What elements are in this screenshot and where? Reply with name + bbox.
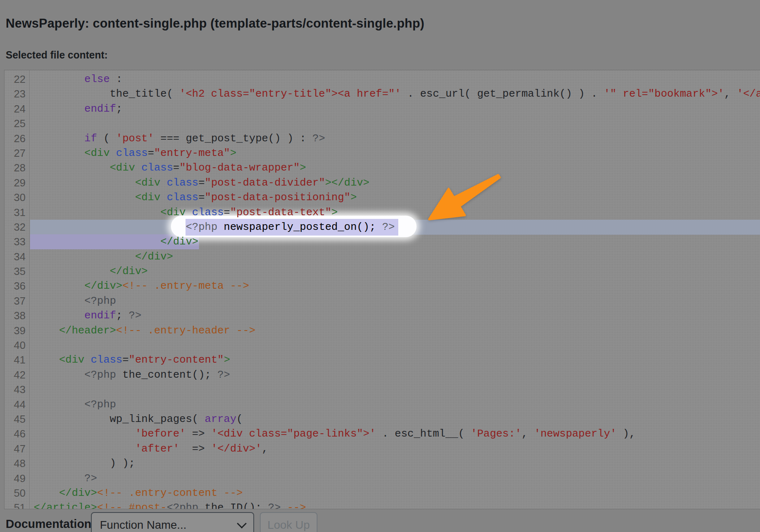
code-line-23[interactable]: the_title( '<h2 class="entry-title"><a h… bbox=[34, 87, 760, 101]
line-number: 38 bbox=[4, 308, 29, 323]
code-line-27[interactable]: <div class="entry-meta"> bbox=[34, 146, 760, 160]
code-line-31[interactable]: <div class="post-data-text"> bbox=[34, 205, 760, 220]
code-line-40[interactable] bbox=[34, 338, 760, 353]
code-line-38[interactable]: endif; ?> bbox=[34, 308, 760, 323]
line-number: 42 bbox=[4, 368, 29, 382]
theme-editor-page: NewsPaperly: content-single.php (templat… bbox=[0, 0, 760, 532]
look-up-button[interactable]: Look Up bbox=[260, 512, 317, 532]
code-line-45[interactable]: wp_link_pages( array( bbox=[34, 412, 760, 426]
code-line-50[interactable]: </div><!-- .entry-content --> bbox=[34, 486, 760, 500]
line-number: 32 bbox=[4, 220, 29, 234]
line-number: 45 bbox=[4, 412, 29, 426]
code-line-22[interactable]: else : bbox=[34, 72, 760, 87]
code-line-41[interactable]: <div class="entry-content"> bbox=[34, 353, 760, 367]
code-line-33[interactable]: </div> bbox=[34, 234, 760, 249]
line-number: 51 bbox=[4, 500, 29, 509]
line-number: 23 bbox=[4, 87, 29, 101]
line-number: 40 bbox=[4, 338, 29, 353]
code-line-44[interactable]: <?php bbox=[34, 397, 760, 412]
code-line-39[interactable]: </header><!-- .entry-header --> bbox=[34, 323, 760, 338]
chevron-down-icon bbox=[237, 519, 246, 528]
line-number: 49 bbox=[4, 471, 29, 486]
code-line-35[interactable]: </div> bbox=[34, 264, 760, 279]
line-number: 29 bbox=[4, 175, 29, 190]
code-line-24[interactable]: endif; bbox=[34, 102, 760, 116]
line-number: 28 bbox=[4, 160, 29, 175]
selected-file-content-label: Selected file content: bbox=[6, 49, 108, 61]
line-number: 41 bbox=[4, 353, 29, 367]
line-number: 27 bbox=[4, 146, 29, 160]
line-number: 25 bbox=[4, 116, 29, 131]
code-line-26[interactable]: if ( 'post' === get_post_type() ) : ?> bbox=[34, 131, 760, 146]
line-number: 50 bbox=[4, 486, 29, 500]
code-line-49[interactable]: ?> bbox=[34, 471, 760, 486]
code-line-34[interactable]: </div> bbox=[34, 249, 760, 264]
documentation-label: Documentation: bbox=[6, 517, 95, 531]
line-number: 35 bbox=[4, 264, 29, 279]
function-name-select-value: Function Name... bbox=[100, 519, 186, 532]
code-line-28[interactable]: <div class="blog-data-wrapper"> bbox=[34, 160, 760, 175]
line-number: 48 bbox=[4, 456, 29, 471]
line-number: 33 bbox=[4, 234, 29, 249]
code-line-37[interactable]: <?php bbox=[34, 294, 760, 308]
code-line-29[interactable]: <div class="post-data-divider"></div> bbox=[34, 175, 760, 190]
page-title: NewsPaperly: content-single.php (templat… bbox=[6, 16, 424, 31]
code-content[interactable]: else : the_title( '<h2 class="entry-titl… bbox=[34, 72, 760, 509]
line-number: 43 bbox=[4, 382, 29, 397]
code-line-25[interactable] bbox=[34, 116, 760, 131]
line-number: 36 bbox=[4, 279, 29, 293]
code-line-42[interactable]: <?php the_content(); ?> bbox=[34, 368, 760, 382]
line-number: 47 bbox=[4, 441, 29, 456]
code-line-48[interactable]: ) ); bbox=[34, 456, 760, 471]
line-number: 37 bbox=[4, 294, 29, 308]
line-number: 46 bbox=[4, 426, 29, 441]
line-number-gutter: 2223242526272829303132333435363738394041… bbox=[4, 70, 30, 509]
line-number: 44 bbox=[4, 397, 29, 412]
line-number: 31 bbox=[4, 205, 29, 220]
code-line-30[interactable]: <div class="post-data-positioning"> bbox=[34, 190, 760, 205]
code-line-46[interactable]: 'before' => '<div class="page-links">' .… bbox=[34, 426, 760, 441]
function-name-select[interactable]: Function Name... bbox=[91, 512, 254, 532]
line-number: 30 bbox=[4, 190, 29, 205]
code-line-47[interactable]: 'after' => '</div>', bbox=[34, 441, 760, 456]
code-editor[interactable]: 2223242526272829303132333435363738394041… bbox=[4, 70, 760, 509]
line-number: 34 bbox=[4, 249, 29, 264]
line-number: 22 bbox=[4, 72, 29, 87]
code-line-32[interactable]: <?php newspaperly_posted_on(); ?> bbox=[34, 220, 760, 234]
code-line-51[interactable]: </article><!-- #post-<?php the_ID(); ?> … bbox=[34, 500, 760, 509]
line-number: 26 bbox=[4, 131, 29, 146]
line-number: 24 bbox=[4, 102, 29, 116]
code-line-36[interactable]: </div><!-- .entry-meta --> bbox=[34, 279, 760, 293]
line-number: 39 bbox=[4, 323, 29, 338]
code-line-43[interactable] bbox=[34, 382, 760, 397]
